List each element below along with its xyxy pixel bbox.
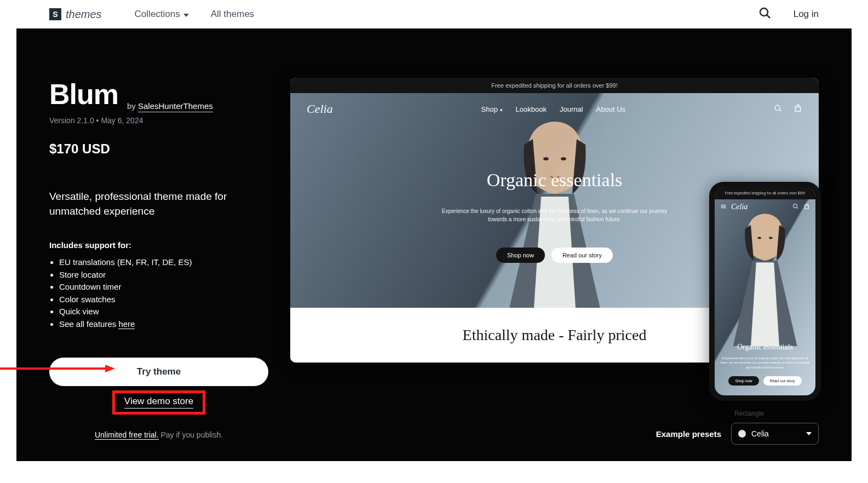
preset-select[interactable]: Celia xyxy=(731,423,819,445)
feature-item: Color swatches xyxy=(59,294,268,306)
see-all-link[interactable]: here xyxy=(118,319,135,329)
mobile-sub: Experience the luxury of organic cotton … xyxy=(715,356,815,370)
svg-point-6 xyxy=(561,157,566,160)
feature-item: Store locator xyxy=(59,269,268,281)
svg-point-7 xyxy=(775,105,780,110)
support-heading: Includes support for: xyxy=(49,240,268,250)
svg-point-18 xyxy=(769,237,773,239)
version-date: May 6, 2024 xyxy=(101,116,143,125)
theme-tagline: Versatile, professional theme made for u… xyxy=(49,189,268,219)
preview-nav-lookbook: Lookbook xyxy=(516,105,547,113)
mobile-screen: Free expedited shipping for all orders o… xyxy=(715,187,815,395)
nav-right: Log in xyxy=(758,7,819,22)
brand[interactable]: S themes xyxy=(49,8,102,21)
mobile-shop-now-button: Shop now xyxy=(728,376,758,386)
top-nav: S themes Collections All themes Log in xyxy=(0,0,868,28)
support-list: EU translations (EN, FR, IT, DE, ES) Sto… xyxy=(49,256,268,330)
theme-by: by SalesHunterThemes xyxy=(127,101,213,111)
shopify-logo-icon: S xyxy=(49,8,61,20)
mobile-hero-buttons: Shop now Read our story xyxy=(715,376,815,386)
preview-nav-links: Shop ▾ Lookbook Journal About Us xyxy=(481,105,626,113)
meta-sep: • xyxy=(94,116,101,125)
svg-line-8 xyxy=(779,110,781,111)
nav-collections[interactable]: Collections xyxy=(135,9,189,20)
brand-text: themes xyxy=(66,8,102,21)
svg-point-5 xyxy=(543,157,549,160)
example-presets: Rectangle Example presets Celia xyxy=(656,423,819,445)
preset-selected: Celia xyxy=(751,429,769,438)
mobile-announcement-bar: Free expedited shipping for all orders o… xyxy=(715,187,815,199)
preview-nav: Celia Shop ▾ Lookbook Journal About Us xyxy=(307,102,802,116)
nav-all-themes[interactable]: All themes xyxy=(211,9,254,20)
search-icon xyxy=(774,104,783,114)
presets-label: Example presets xyxy=(656,429,721,439)
preset-swatch-icon xyxy=(738,430,746,438)
chevron-down-icon xyxy=(183,14,189,17)
mobile-headline: Organic essentials xyxy=(715,343,815,352)
preview-nav-journal: Journal xyxy=(560,105,583,113)
preview-nav-right xyxy=(774,104,802,114)
try-theme-button[interactable]: Try theme xyxy=(49,358,268,386)
preview-logo: Celia xyxy=(307,102,333,116)
search-icon[interactable] xyxy=(758,7,772,22)
svg-line-1 xyxy=(767,15,770,18)
demo-wrap: View demo store xyxy=(49,396,268,409)
trial-rest: Pay if you publish. xyxy=(159,430,223,439)
trial-note: Unlimited free trial. Pay if you publish… xyxy=(49,430,268,439)
nav-collections-label: Collections xyxy=(135,9,180,20)
nav-links: Collections All themes xyxy=(135,9,255,20)
mobile-hero-image xyxy=(718,204,812,346)
bag-icon xyxy=(794,104,802,114)
mobile-hero-text: Organic essentials Experience the luxury… xyxy=(715,343,815,386)
hero: Blum by SalesHunterThemes Version 2.1.0 … xyxy=(16,28,852,461)
preview-nav-shop-label: Shop xyxy=(481,105,498,113)
chevron-down-icon: ▾ xyxy=(500,107,503,113)
preset-hint: Rectangle xyxy=(734,410,764,417)
feature-item: EU translations (EN, FR, IT, DE, ES) xyxy=(59,256,268,269)
nav-login[interactable]: Log in xyxy=(794,9,819,20)
nav-left: S themes Collections All themes xyxy=(49,8,254,21)
hero-left: Blum by SalesHunterThemes Version 2.1.0 … xyxy=(49,78,268,439)
preview-nav-shop: Shop ▾ xyxy=(481,105,503,113)
preview-nav-about: About Us xyxy=(596,105,625,113)
theme-author-link[interactable]: SalesHunterThemes xyxy=(138,101,213,112)
theme-price: $170 USD xyxy=(49,141,268,157)
chevron-down-icon xyxy=(806,432,812,435)
version-number: 2.1.0 xyxy=(77,116,94,125)
preview-read-story-button: Read our story xyxy=(551,248,613,263)
theme-title: Blum xyxy=(49,78,118,111)
by-prefix: by xyxy=(127,101,138,111)
svg-rect-9 xyxy=(795,107,800,111)
version-prefix: Version xyxy=(49,116,77,125)
svg-point-0 xyxy=(760,8,768,16)
feature-item: Quick view xyxy=(59,306,268,318)
title-row: Blum by SalesHunterThemes xyxy=(49,78,268,111)
feature-item: Countdown timer xyxy=(59,281,268,294)
theme-meta: Version 2.1.0 • May 6, 2024 xyxy=(49,116,268,125)
preview-announcement-bar: Free expedited shipping for all orders o… xyxy=(290,78,819,93)
feature-see-all: See all features here xyxy=(59,318,268,331)
preview-shop-now-button: Shop now xyxy=(496,248,545,263)
nav-all-themes-label: All themes xyxy=(211,9,254,20)
mobile-preview[interactable]: Free expedited shipping for all orders o… xyxy=(709,182,821,401)
see-all-prefix: See all features xyxy=(59,319,118,329)
trial-link[interactable]: Unlimited free trial. xyxy=(95,430,159,440)
svg-point-17 xyxy=(757,237,761,239)
hero-right: Free expedited shipping for all orders o… xyxy=(290,78,819,439)
view-demo-link[interactable]: View demo store xyxy=(124,396,193,409)
mobile-read-story-button: Read our story xyxy=(763,376,802,386)
